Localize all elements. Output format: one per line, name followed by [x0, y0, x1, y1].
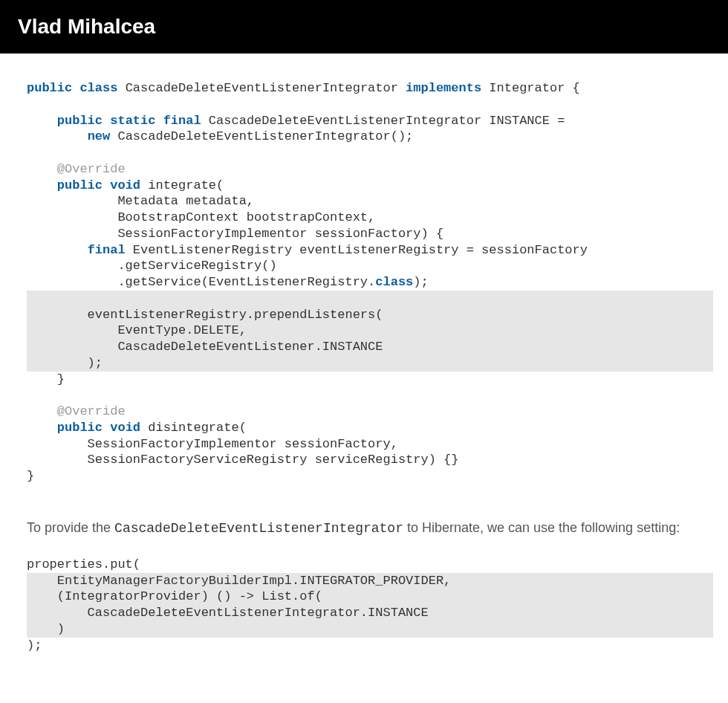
- code-text: }: [27, 372, 65, 386]
- highlight-line: CascadeDeleteEventListener.INSTANCE: [27, 339, 713, 355]
- code-text: Integrator {: [481, 81, 580, 95]
- highlight-line: ): [27, 621, 713, 638]
- para-text: to Hibernate, we can use the following s…: [403, 520, 680, 535]
- code-text: Metadata metadata,: [27, 194, 254, 208]
- highlight-line: [27, 291, 713, 307]
- kw-implements: implements: [406, 81, 481, 95]
- kw-final: final: [88, 243, 126, 257]
- paragraph: To provide the CascadeDeleteEventListene…: [27, 520, 713, 536]
- code-text: SessionFactoryServiceRegistry serviceReg…: [27, 453, 459, 467]
- highlight-line: CascadeDeleteEventListenerIntegrator.INS…: [27, 605, 713, 621]
- code-text: );: [27, 638, 42, 652]
- kw-public: public: [57, 114, 103, 128]
- site-header: Vlad Mihalcea: [0, 0, 728, 54]
- code-text: [155, 114, 163, 128]
- kw-void: void: [110, 421, 140, 435]
- code-text: );: [413, 275, 428, 289]
- code-text: [27, 421, 57, 435]
- annotation-override: @Override: [57, 162, 126, 176]
- kw-static: static: [110, 114, 155, 128]
- code-block-2: properties.put( EntityManagerFactoryBuil…: [27, 557, 713, 654]
- code-text: .getService(EventListenerRegistry.: [27, 275, 375, 289]
- code-text: [27, 404, 57, 418]
- code-text: [103, 114, 110, 128]
- highlight-line: EntityManagerFactoryBuilderImpl.INTEGRAT…: [27, 573, 713, 589]
- code-text: [103, 178, 110, 192]
- code-text: BootstrapContext bootstrapContext,: [27, 210, 375, 224]
- code-text: integrate(: [140, 178, 224, 192]
- para-text: To provide the: [27, 520, 114, 535]
- code-text: [27, 114, 57, 128]
- site-title: Vlad Mihalcea: [18, 15, 155, 38]
- inline-code: CascadeDeleteEventListenerIntegrator: [114, 521, 403, 536]
- code-text: .getServiceRegistry(): [27, 259, 277, 273]
- code-text: disintegrate(: [140, 421, 247, 435]
- kw-public: public: [57, 178, 103, 192]
- highlight-line: EventType.DELETE,: [27, 323, 713, 339]
- highlight-line: eventListenerRegistry.prependListeners(: [27, 307, 713, 323]
- code-text: }: [27, 469, 34, 483]
- kw-class: class: [79, 81, 117, 95]
- code-text: CascadeDeleteEventListenerIntegrator INS…: [201, 114, 565, 128]
- code-text: [27, 162, 57, 176]
- highlight-line: );: [27, 355, 713, 372]
- code-text: properties.put(: [27, 557, 140, 571]
- highlight-line: (IntegratorProvider) () -> List.of(: [27, 589, 713, 605]
- kw-public: public: [27, 81, 72, 95]
- code-text: [27, 178, 57, 192]
- annotation-override: @Override: [57, 404, 126, 418]
- kw-class-literal: class: [375, 275, 413, 289]
- kw-void: void: [110, 178, 140, 192]
- article-content: public class CascadeDeleteEventListenerI…: [0, 54, 728, 668]
- code-text: SessionFactoryImplementor sessionFactory…: [27, 227, 443, 241]
- code-text: SessionFactoryImplementor sessionFactory…: [27, 437, 398, 451]
- code-text: [103, 421, 110, 435]
- kw-new: new: [88, 129, 111, 143]
- code-text: [27, 243, 88, 257]
- kw-final: final: [163, 114, 201, 128]
- kw-public: public: [57, 421, 103, 435]
- code-text: [27, 129, 88, 143]
- code-text: CascadeDeleteEventListenerIntegrator();: [110, 129, 413, 143]
- code-text: EventListenerRegistry eventListenerRegis…: [126, 243, 588, 257]
- code-text: CascadeDeleteEventListenerIntegrator: [117, 81, 406, 95]
- code-block-1: public class CascadeDeleteEventListenerI…: [27, 80, 713, 485]
